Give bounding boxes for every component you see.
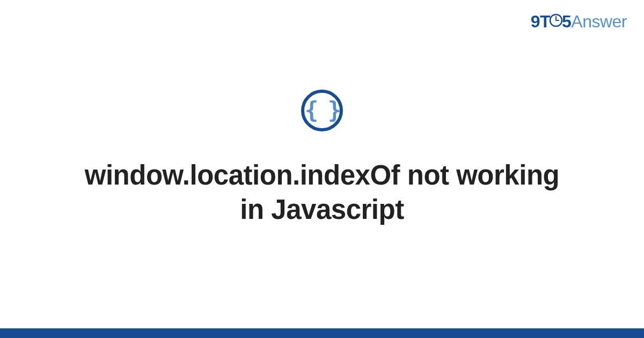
footer-bar [0,328,644,338]
braces-glyph: { } [305,99,339,122]
main-content: { } window.location.indexOf not working … [0,0,644,338]
code-braces-icon: { } [301,90,343,131]
question-title: window.location.indexOf not working in J… [80,158,564,227]
